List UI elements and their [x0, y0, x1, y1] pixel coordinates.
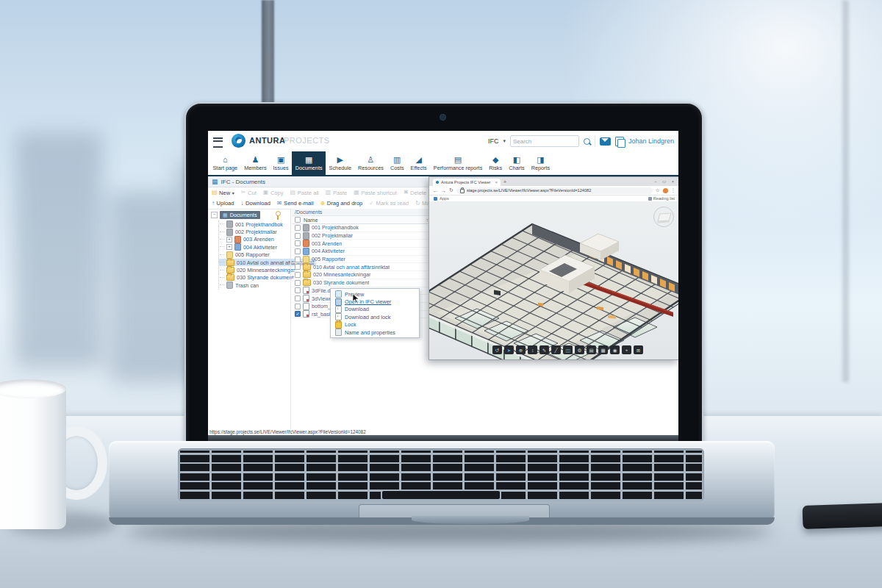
documents-shortcut-icon[interactable]	[615, 137, 624, 146]
elevation-icon[interactable]: ↕	[529, 347, 536, 354]
row-checkbox[interactable]	[295, 225, 301, 231]
document-name[interactable]: 030 Styrande dokument	[313, 279, 369, 286]
camera-icon[interactable]: ⌖	[623, 347, 630, 354]
focus-icon[interactable]: ◉	[612, 347, 618, 354]
toolbar-button[interactable]: ✖ Delete ▾	[404, 190, 426, 196]
nav-tab[interactable]: ▥ Costs	[387, 151, 407, 175]
mail-icon[interactable]	[600, 137, 611, 146]
objects-icon[interactable]: ▦	[600, 347, 606, 354]
document-name[interactable]: 003 Ärenden	[312, 240, 342, 247]
context-menu-item[interactable]: Name and properties	[331, 329, 419, 336]
nav-tab[interactable]: ▤ Performance reports	[430, 151, 486, 175]
row-checkbox[interactable]	[295, 311, 301, 317]
project-selector[interactable]: IFC	[488, 137, 499, 145]
context-menu-item[interactable]: Open in IFC viewer	[331, 298, 419, 305]
column-name[interactable]: Name	[304, 217, 423, 223]
select-all-checkbox[interactable]	[295, 217, 301, 223]
nav-tab[interactable]: ◢ Effects	[407, 151, 430, 175]
menu-icon[interactable]	[213, 137, 223, 148]
markup-icon[interactable]: ✎	[541, 347, 548, 354]
profile-avatar[interactable]	[663, 188, 668, 193]
context-menu-item[interactable]: Preview	[331, 290, 419, 298]
toolbar-button[interactable]: ▥ Paste ▾	[326, 190, 347, 196]
pane-splitter[interactable]	[290, 209, 291, 429]
document-row[interactable]: 003 Ärenden	[292, 240, 429, 248]
document-name[interactable]: 002 Projektmallar	[312, 232, 353, 239]
section-icon[interactable]: ◫	[564, 347, 571, 354]
nav-tab[interactable]: ♙ Resources	[355, 151, 387, 175]
nav-tab[interactable]: ◨ Reports	[528, 151, 553, 175]
collapse-icon[interactable]: −	[211, 212, 218, 218]
document-row[interactable]: 010 Avtal och annat affärsinriktat	[292, 263, 429, 271]
toolbar-button[interactable]: ▤ New ▾	[212, 190, 234, 196]
user-menu[interactable]: Johan Lindgren	[628, 137, 674, 145]
row-checkbox[interactable]	[295, 257, 301, 262]
layers-icon[interactable]: ▤	[588, 347, 595, 354]
url-field[interactable]: stage.projects.se/LIVE/Viewer/IfcViewer.…	[456, 187, 653, 194]
nav-tab[interactable]: ◆ Risks	[486, 151, 506, 175]
row-checkbox[interactable]	[295, 272, 301, 278]
toolbar-button[interactable]: ✂ Cut ▾	[241, 190, 257, 196]
row-checkbox[interactable]	[295, 295, 301, 301]
row-checkbox[interactable]	[295, 280, 301, 286]
ifc-viewport[interactable]: ↺ ➤ ⊕ ↕	[429, 202, 678, 359]
document-name[interactable]: 020 Minnesanteckningar	[313, 271, 370, 278]
chevron-down-icon[interactable]: ▾	[503, 138, 506, 144]
context-menu-item[interactable]: Download and lock	[331, 313, 419, 320]
select-icon[interactable]: ➤	[506, 347, 512, 354]
forward-icon[interactable]: →	[441, 188, 446, 193]
nav-tab[interactable]: ▦ Documents	[292, 151, 326, 175]
document-row[interactable]: 001 Projekthandbok	[292, 224, 429, 232]
nav-tab[interactable]: ♟ Members	[241, 151, 270, 175]
orbit-icon[interactable]: ↺	[494, 347, 501, 354]
browser-tab[interactable]: Antura Projects IFC Viewer ×	[433, 179, 501, 186]
toolbar-button[interactable]: ↓ Download	[241, 200, 270, 207]
toolbar-button[interactable]: ⊕ Drag and drop	[320, 200, 363, 207]
toolbar-button[interactable]: ▤ Paste all ▾	[290, 190, 319, 196]
row-checkbox[interactable]	[295, 248, 301, 254]
bookmark-star-icon[interactable]: ☆	[656, 187, 660, 193]
document-row[interactable]: 005 Rapporter	[292, 256, 429, 264]
row-checkbox[interactable]	[295, 304, 301, 309]
reload-icon[interactable]: ↻	[449, 187, 453, 193]
document-name[interactable]: 005 Rapporter	[312, 256, 345, 262]
settings-icon[interactable]: ⚙	[576, 347, 583, 354]
toolbar-button[interactable]: ✓ Mark as read	[369, 200, 409, 207]
nav-tab[interactable]: ▣ Issues	[270, 151, 292, 175]
reading-list[interactable]: Reading list	[648, 196, 675, 201]
toolbar-button[interactable]: ↑ Upload	[212, 200, 234, 207]
context-menu-item[interactable]: Download	[331, 306, 419, 313]
browser-menu-icon[interactable]: ⋮	[671, 187, 676, 193]
document-row[interactable]: 004 Aktiviteter	[292, 248, 429, 256]
window-controls[interactable]: – ▭ ×	[654, 179, 676, 184]
fullscreen-icon[interactable]: ⊞	[635, 347, 642, 354]
row-checkbox[interactable]	[295, 240, 301, 246]
nav-tab[interactable]: ⌂ Start page	[209, 151, 241, 175]
nav-tab[interactable]: ▶ Schedule	[326, 151, 354, 175]
row-checkbox[interactable]	[295, 233, 301, 239]
toolbar-button[interactable]: ▣ Copy ▾	[263, 190, 284, 196]
bookmark-label[interactable]: Apps	[440, 196, 449, 201]
close-tab-icon[interactable]: ×	[495, 180, 498, 184]
row-checkbox[interactable]	[295, 287, 301, 293]
back-icon[interactable]: ←	[433, 188, 438, 193]
tree-root[interactable]: − ▦Documents	[211, 211, 260, 219]
row-checkbox[interactable]	[295, 264, 301, 270]
toolbar-button[interactable]: ✉ Send e-mail	[277, 200, 314, 207]
search-input[interactable]: Search	[510, 135, 579, 147]
view-cube[interactable]	[653, 207, 674, 227]
document-row[interactable]: 002 Projektmallar	[292, 232, 429, 240]
document-name[interactable]: 010 Avtal och annat affärsinriktat	[313, 264, 390, 270]
document-name[interactable]: 001 Projekthandbok	[312, 224, 359, 231]
document-row[interactable]: 020 Minnesanteckningar	[292, 271, 429, 279]
expand-icon[interactable]: +	[226, 237, 232, 243]
context-menu-item[interactable]: Lock	[331, 321, 419, 329]
expand-icon[interactable]: +	[226, 244, 232, 250]
document-row[interactable]: 030 Styrande dokument	[292, 279, 429, 287]
measure-icon[interactable]: ╱	[553, 347, 559, 354]
nav-tab[interactable]: ◧ Charts	[506, 151, 528, 175]
new-tab-button[interactable]: +	[503, 179, 506, 186]
toolbar-button[interactable]: ▦ Paste shortcut ▾	[354, 190, 397, 196]
search-icon[interactable]	[584, 138, 590, 145]
document-name[interactable]: 004 Aktiviteter	[312, 248, 345, 254]
